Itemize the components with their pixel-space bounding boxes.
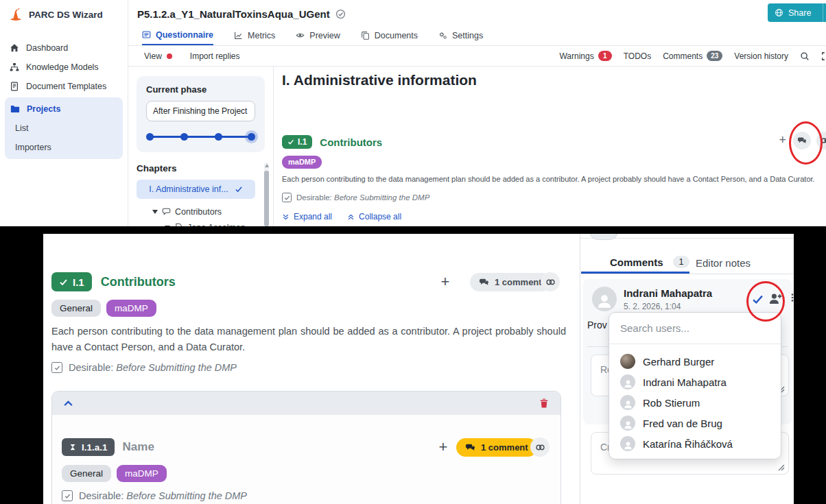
sidebar-item-importers[interactable]: Importers	[5, 138, 123, 157]
delete-item-icon[interactable]	[539, 398, 550, 409]
answer-item-header	[52, 392, 560, 415]
tab-label: Editor notes	[696, 257, 751, 269]
user-name: Katarína Řiháčková	[643, 438, 733, 450]
expand-collapse-row: Expand all Collapse all	[282, 212, 401, 221]
wizard-hat-icon	[8, 7, 23, 22]
phase-dot[interactable]	[180, 133, 188, 141]
current-phase-heading: Current phase	[146, 84, 255, 95]
metrics-icon	[234, 31, 243, 40]
add-todo-icon[interactable]: +	[779, 134, 786, 146]
comment-menu-icon[interactable]	[788, 293, 794, 304]
tab-editor-notes[interactable]: Editor notes	[696, 257, 751, 269]
caret-down-icon[interactable]	[165, 226, 170, 227]
copy-link-button[interactable]	[530, 437, 550, 457]
question-id: I.1.a.1	[82, 442, 108, 453]
tab-settings[interactable]: Settings	[438, 27, 483, 45]
document-icon	[10, 82, 19, 91]
add-todo-button[interactable]: +	[436, 272, 455, 291]
version-history-button[interactable]: Version history	[734, 51, 788, 61]
tag-general: General	[51, 300, 101, 317]
sidebar-item-label: Importers	[15, 143, 51, 152]
add-todo-button[interactable]: +	[434, 437, 453, 457]
tab-comments[interactable]: Comments 1	[610, 256, 689, 268]
search-icon[interactable]	[800, 51, 810, 61]
tree-item-jana-asselman[interactable]: Jana Asselman	[128, 219, 273, 226]
user-option-gerhard-burger[interactable]: Gerhard Burger	[609, 351, 781, 372]
todos-label: TODOs	[624, 51, 651, 61]
phase-selected-value: After Finishing the Project	[153, 106, 247, 116]
chapters-scrollbar[interactable]	[264, 163, 269, 226]
desirable-text: Desirable: Before Submitting the DMP	[69, 362, 237, 373]
user-option-indrani-mahapatra[interactable]: Indrani Mahapatra	[609, 372, 781, 392]
warnings-label: Warnings	[559, 51, 593, 61]
copy-link-button[interactable]	[541, 272, 560, 291]
view-menu[interactable]: View	[144, 51, 172, 61]
expand-all-label: Expand all	[294, 212, 332, 221]
fullscreen-icon[interactable]	[821, 51, 826, 61]
sidebar: PARC DS Wizard Dashboard Knowledge Model…	[0, 0, 128, 226]
chapter-item-active[interactable]: I. Administrative inf...	[137, 180, 255, 199]
user-option-fred-van-de-brug[interactable]: Fred van de Brug	[609, 413, 781, 433]
phase-slider[interactable]	[146, 132, 255, 141]
question-tags: General maDMP	[51, 300, 156, 317]
phase-dot-current[interactable]	[248, 133, 255, 141]
phase-dot[interactable]	[215, 133, 222, 141]
hourglass-icon	[69, 443, 77, 451]
share-button[interactable]: Share	[768, 3, 826, 22]
checkbox-checked-icon[interactable]	[62, 490, 73, 501]
comment-count-pill[interactable]: 1 comment	[470, 273, 551, 291]
expand-all-link[interactable]: Expand all	[282, 212, 332, 221]
phase-dot[interactable]	[146, 133, 154, 141]
collapse-item-icon[interactable]	[63, 398, 73, 409]
version-history-label: Version history	[734, 51, 788, 61]
tab-questionnaire[interactable]: Questionnaire	[142, 27, 213, 45]
tab-metrics[interactable]: Metrics	[234, 27, 275, 45]
sidebar-item-label: Document Templates	[26, 82, 106, 91]
brand-name: PARC DS Wizard	[29, 10, 103, 20]
tag-madmp: maDMP	[117, 465, 167, 482]
import-replies-menu[interactable]: Import replies	[190, 51, 240, 61]
comment-body-fragment: Prov	[587, 320, 607, 331]
comments-button[interactable]: Comments 23	[663, 51, 722, 61]
link-icon	[535, 442, 545, 453]
checkbox-checked-icon[interactable]	[51, 362, 62, 373]
question-description: Each person contributing to the data man…	[51, 324, 566, 356]
tab-preview[interactable]: Preview	[296, 27, 340, 45]
resize-handle-icon[interactable]	[777, 464, 785, 471]
app-window: PARC DS Wizard Dashboard Knowledge Model…	[0, 0, 826, 226]
tab-documents[interactable]: Documents	[361, 27, 418, 45]
sidebar-item-list[interactable]: List	[5, 119, 123, 138]
project-tabs: Questionnaire Metrics Preview Documents …	[128, 27, 826, 46]
warnings-button[interactable]: Warnings 1	[559, 51, 611, 61]
double-chevron-up-icon	[347, 213, 355, 221]
view-label: View	[144, 51, 162, 61]
question-id: I.1	[298, 137, 307, 147]
comment-count-label: 1 comment	[481, 442, 528, 453]
app-logo[interactable]: PARC DS Wizard	[0, 0, 128, 29]
todos-button[interactable]: TODOs	[624, 51, 651, 61]
user-option-katarina-rihackova[interactable]: Katarína Řiháčková	[609, 433, 781, 454]
caret-down-icon[interactable]	[152, 210, 158, 214]
tree-item-contributors[interactable]: Contributors	[128, 204, 273, 219]
user-name: Rob Stierum	[643, 397, 700, 409]
sidebar-item-projects[interactable]: Projects	[5, 99, 123, 119]
user-option-rob-stierum[interactable]: Rob Stierum	[609, 392, 781, 413]
sidebar-item-knowledge-models[interactable]: Knowledge Models	[0, 58, 128, 77]
phase-select[interactable]: After Finishing the Project	[146, 101, 255, 121]
tag-madmp: maDMP	[282, 156, 322, 169]
tree-item-label: Jana Asselman	[187, 223, 246, 227]
checkbox-checked-icon[interactable]	[282, 193, 292, 202]
sidebar-item-document-templates[interactable]: Document Templates	[0, 77, 128, 96]
scroll-up-arrow-icon[interactable]	[265, 164, 269, 167]
scrollbar-thumb[interactable]	[264, 171, 269, 226]
active-tab-underline	[581, 272, 689, 274]
current-phase-card: Current phase After Finishing the Projec…	[137, 76, 265, 152]
question-tags: maDMP	[282, 155, 322, 169]
tab-label: Metrics	[248, 31, 275, 40]
comments-count-badge: 1	[673, 256, 690, 268]
comment-count-label: 1 comment	[495, 277, 542, 287]
comment-count-pill[interactable]: 1 comment	[456, 438, 537, 457]
collapse-all-link[interactable]: Collapse all	[347, 212, 401, 221]
avatar	[620, 374, 635, 389]
sidebar-item-dashboard[interactable]: Dashboard	[0, 38, 128, 58]
